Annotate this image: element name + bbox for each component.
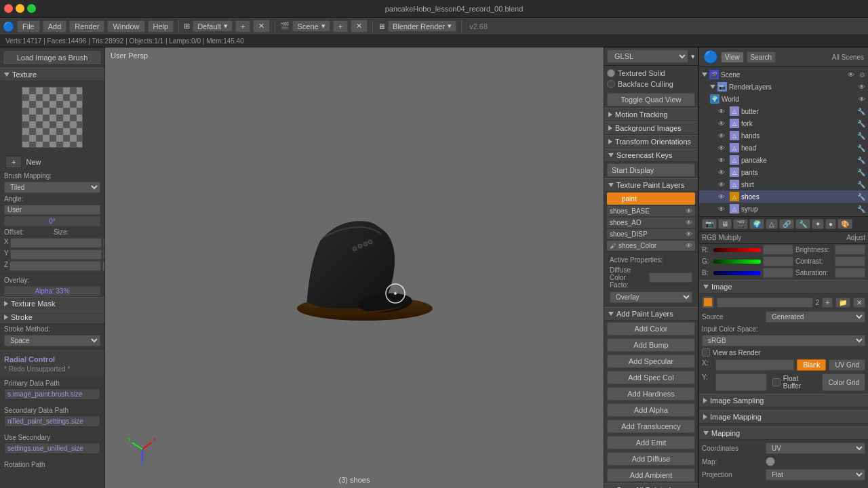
backface-culling-row[interactable]: Backface Culling	[607, 79, 695, 89]
alpha-slider[interactable]: Alpha: 33%	[4, 286, 100, 296]
add-paint-layers-header[interactable]: Add Paint Layers	[604, 307, 698, 321]
shoes-options-icon[interactable]: 🔧	[857, 193, 865, 201]
maximize-button[interactable]	[27, 4, 36, 13]
hands-label[interactable]: hands	[741, 132, 855, 140]
menu-window[interactable]: Window	[107, 20, 144, 33]
shirt-options-icon[interactable]: 🔧	[857, 181, 865, 188]
color-grid-button[interactable]: Color Grid	[822, 373, 865, 391]
camera-prop-icon[interactable]: 📷	[702, 219, 717, 229]
close-button[interactable]	[4, 4, 13, 13]
add-spec-col-button[interactable]: Add Spec Col	[607, 371, 695, 384]
backface-radio[interactable]	[607, 80, 615, 88]
add-bump-button[interactable]: Add Bump	[607, 338, 695, 352]
fork-options-icon[interactable]: 🔧	[857, 120, 865, 127]
scene-dropdown[interactable]: Scene ▾	[292, 20, 330, 32]
image-sampling-header[interactable]: Image Sampling	[699, 394, 868, 407]
angle-slider[interactable]: 0°	[4, 216, 100, 226]
syrup-options-icon[interactable]: 🔧	[857, 205, 865, 213]
fork-visibility-icon[interactable]: 👁	[718, 120, 728, 127]
head-visibility-icon[interactable]: 👁	[718, 144, 728, 152]
scene-options-icon[interactable]: ⚙	[859, 71, 865, 79]
fork-item[interactable]: 👁 △ fork 🔧	[699, 117, 868, 129]
minimize-button[interactable]	[16, 4, 24, 13]
menu-add[interactable]: Add	[43, 20, 67, 33]
constraint-prop-icon[interactable]: 🔗	[779, 219, 794, 229]
add-emit-button[interactable]: Add Emit	[607, 436, 695, 449]
add-color-button[interactable]: Add Color	[607, 322, 695, 336]
textured-solid-row[interactable]: Textured Solid	[607, 68, 695, 79]
stroke-method-dropdown[interactable]: Space	[4, 335, 100, 346]
angle-source-dropdown[interactable]: User	[4, 205, 100, 215]
world-prop-icon[interactable]: 🌍	[749, 219, 764, 229]
color-name-input[interactable]: COLOR.003	[717, 298, 813, 308]
texture-paint-layers-header[interactable]: Texture Paint Layers	[604, 178, 698, 192]
add-specular-button[interactable]: Add Specular	[607, 354, 695, 368]
shoes-base-layer[interactable]: shoes_BASE 👁	[607, 206, 695, 216]
g-track[interactable]	[713, 260, 761, 264]
b-value[interactable]: 1.000	[763, 268, 793, 278]
head-item[interactable]: 👁 △ head 🔧	[699, 142, 868, 154]
hands-item[interactable]: 👁 △ hands 🔧	[699, 129, 868, 142]
shoes-color-layer[interactable]: 🖌 shoes_Color 👁	[607, 241, 695, 251]
load-image-brush-button[interactable]: Load Image as Brush	[3, 50, 102, 65]
mapping-section-header[interactable]: Mapping	[699, 426, 868, 440]
paint-layer-item[interactable]: paint	[607, 192, 695, 205]
pants-visibility-icon[interactable]: 👁	[718, 169, 728, 176]
scene-root-label[interactable]: Scene	[721, 71, 846, 79]
viewport-background[interactable]	[105, 47, 604, 488]
render-layers-eye-icon[interactable]: 👁	[859, 83, 865, 91]
render-layers-item[interactable]: 📷 RenderLayers 👁	[699, 81, 868, 93]
butter-options-icon[interactable]: 🔧	[857, 108, 865, 115]
blend-mode-dropdown[interactable]: Overlay	[610, 291, 692, 303]
butter-visibility-icon[interactable]: 👁	[718, 108, 728, 115]
shoes-ao-eye-icon[interactable]: 👁	[686, 219, 692, 226]
add-alpha-button[interactable]: Add Alpha	[607, 403, 695, 417]
menu-render[interactable]: Render	[69, 20, 104, 33]
save-all-painted-header[interactable]: Save All Painted	[604, 483, 698, 488]
view-as-render-checkbox[interactable]	[702, 348, 710, 357]
shoes-visibility-icon[interactable]: 👁	[718, 193, 728, 201]
layout-dropdown[interactable]: Default ▾	[193, 20, 233, 32]
butter-label[interactable]: butter	[741, 108, 855, 115]
pancake-item[interactable]: 👁 △ pancake 🔧	[699, 154, 868, 166]
search-tab[interactable]: Search	[747, 52, 776, 63]
shirt-label[interactable]: shirt	[741, 181, 855, 188]
scene-root-item[interactable]: 🎬 Scene 👁 ⚙	[699, 68, 868, 81]
hands-options-icon[interactable]: 🔧	[857, 132, 865, 140]
scene-prop-icon[interactable]: 🎬	[733, 219, 748, 229]
shoes-label[interactable]: shoes	[741, 193, 855, 201]
image-close-icon[interactable]: ✕	[853, 298, 865, 308]
glsl-dropdown[interactable]: GLSL	[607, 49, 688, 63]
material-prop-icon[interactable]: ●	[825, 219, 836, 229]
fork-label[interactable]: fork	[741, 120, 855, 127]
contrast-value[interactable]: 1.000	[835, 256, 865, 266]
add-diffuse-button[interactable]: Add Diffuse	[607, 452, 695, 466]
r-track[interactable]	[713, 248, 761, 252]
pants-label[interactable]: pants	[741, 169, 855, 176]
image-mapping-header[interactable]: Image Mapping	[699, 410, 868, 424]
r-value[interactable]: 1.000	[763, 245, 793, 255]
butter-item[interactable]: 👁 △ butter 🔧	[699, 105, 868, 117]
offset-y-input[interactable]: Y: 0.00000	[10, 249, 102, 260]
world-eye-icon[interactable]: 👁	[859, 96, 865, 103]
layout-close-btn[interactable]: ✕	[253, 20, 270, 33]
pancake-options-icon[interactable]: 🔧	[857, 157, 865, 164]
object-prop-icon[interactable]: △	[766, 219, 778, 229]
y-dim-input[interactable]: 4096	[715, 373, 767, 391]
saturation-value[interactable]: 1.000	[835, 268, 865, 278]
shoes-disp-eye-icon[interactable]: 👁	[686, 230, 692, 238]
shirt-item[interactable]: 👁 △ shirt 🔧	[699, 178, 868, 190]
head-options-icon[interactable]: 🔧	[857, 144, 865, 152]
textured-solid-radio[interactable]	[607, 69, 615, 77]
texture-new-button[interactable]: +	[5, 156, 22, 168]
stroke-header[interactable]: Stroke	[0, 310, 104, 324]
diffuse-factor-input[interactable]: 1.000	[649, 272, 692, 283]
add-translucency-button[interactable]: Add Translucency	[607, 420, 695, 433]
background-images-header[interactable]: Background Images	[604, 121, 698, 135]
modifier-prop-icon[interactable]: 🔧	[795, 219, 810, 229]
render-prop-icon[interactable]: 🖥	[718, 219, 732, 229]
float-buffer-checkbox[interactable]	[772, 378, 781, 386]
texture-mask-header[interactable]: Texture Mask	[0, 297, 104, 310]
syrup-item[interactable]: 👁 △ syrup 🔧	[699, 203, 868, 215]
shoes-ao-layer[interactable]: shoes_AO 👁	[607, 218, 695, 228]
